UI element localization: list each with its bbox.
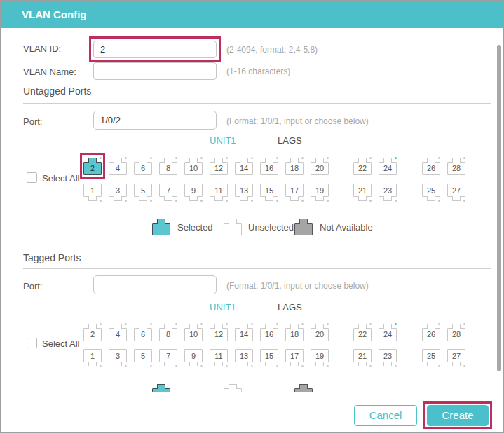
dialog-title: VLAN Config [1, 1, 503, 28]
port-22-untagged[interactable]: 22 [353, 156, 372, 175]
port-12-untagged[interactable]: 12 [210, 156, 228, 175]
port-8-tagged[interactable]: 8 [159, 322, 177, 341]
tagged-lags-tab[interactable]: LAGS [278, 302, 302, 312]
port-24-untagged[interactable]: 24 [379, 156, 397, 175]
port-9-tagged[interactable]: 9 [184, 349, 203, 368]
port-9-untagged[interactable]: 9 [184, 184, 203, 202]
port-5-untagged[interactable]: 5 [134, 184, 152, 202]
vlan-name-input[interactable] [93, 62, 217, 80]
tagged-divider [23, 268, 491, 269]
port-12-tagged[interactable]: 12 [210, 322, 228, 341]
untagged-ports-title: Untagged Ports [23, 85, 91, 97]
legend-selected-icon [152, 218, 170, 235]
port-19-tagged[interactable]: 19 [311, 349, 329, 368]
port-2-tagged[interactable]: 2 [83, 322, 102, 341]
port-13-untagged[interactable]: 13 [235, 184, 253, 202]
port-14-untagged[interactable]: 14 [235, 156, 253, 175]
untagged-divider [23, 103, 491, 104]
untagged-lags-tab[interactable]: LAGS [278, 135, 302, 146]
legend-unselected-icon [224, 218, 242, 235]
port-23-tagged[interactable]: 23 [379, 349, 397, 368]
port-11-tagged[interactable]: 11 [210, 349, 228, 368]
port-8-untagged[interactable]: 8 [159, 156, 177, 175]
port-25-tagged[interactable]: 25 [422, 349, 440, 368]
port-15-untagged[interactable]: 15 [260, 184, 278, 202]
port-19-untagged[interactable]: 19 [311, 184, 329, 202]
port-21-tagged[interactable]: 21 [353, 349, 372, 368]
port-14-tagged[interactable]: 14 [235, 322, 253, 341]
port-3-untagged[interactable]: 3 [109, 184, 127, 202]
untagged-port-label: Port: [23, 116, 42, 127]
tagged-ports-title: Tagged Ports [23, 252, 81, 263]
port-27-tagged[interactable]: 27 [447, 349, 465, 368]
port-6-untagged[interactable]: 6 [134, 156, 152, 175]
tagged-port-label: Port: [23, 281, 42, 291]
port-27-untagged[interactable]: 27 [447, 184, 465, 202]
legend-not-available-icon [294, 218, 313, 235]
legend-unselected-icon [224, 383, 242, 392]
legend-selected-label: Selected [177, 222, 213, 233]
port-3-tagged[interactable]: 3 [109, 349, 127, 368]
vlan-id-input[interactable] [93, 41, 217, 58]
tagged-select-all-checkbox[interactable] [27, 338, 37, 348]
port-20-tagged[interactable]: 20 [311, 322, 329, 341]
vlan-id-label: VLAN ID: [23, 43, 61, 54]
port-16-tagged[interactable]: 16 [260, 322, 278, 341]
legend-not-available-label: Not Available [320, 222, 373, 233]
port-6-tagged[interactable]: 6 [134, 322, 152, 341]
port-4-untagged[interactable]: 4 [109, 156, 127, 175]
port-7-untagged[interactable]: 7 [159, 184, 177, 202]
port-20-untagged[interactable]: 20 [311, 156, 329, 175]
port-28-untagged[interactable]: 28 [447, 156, 465, 175]
tagged-port-input[interactable] [93, 275, 217, 294]
untagged-select-all-checkbox[interactable] [27, 172, 37, 183]
vlan-config-dialog: VLAN Config VLAN ID: (2-4094, format: 2,… [0, 0, 504, 433]
tagged-port-hint: (Format: 1/0/1, input or choose below) [226, 281, 369, 291]
port-23-untagged[interactable]: 23 [379, 184, 397, 202]
port-4-tagged[interactable]: 4 [109, 322, 127, 341]
port-10-untagged[interactable]: 10 [184, 156, 203, 175]
port-25-untagged[interactable]: 25 [422, 184, 440, 202]
vlan-name-label: VLAN Name: [23, 67, 76, 77]
port-13-tagged[interactable]: 13 [235, 349, 253, 368]
dialog-content: VLAN ID: (2-4094, format: 2,4-5,8) VLAN … [1, 28, 496, 392]
port-7-tagged[interactable]: 7 [159, 349, 177, 368]
untagged-select-all-label: Select All [42, 173, 79, 184]
port-1-untagged[interactable]: 1 [83, 184, 102, 202]
vlan-name-hint: (1-16 characters) [226, 67, 290, 76]
untagged-unit1-tab[interactable]: UNIT1 [210, 135, 236, 146]
create-button-highlight: Create [423, 401, 492, 429]
port-18-tagged[interactable]: 18 [285, 322, 304, 341]
port-17-tagged[interactable]: 17 [285, 349, 304, 368]
legend-selected-icon [152, 383, 170, 392]
port-24-tagged[interactable]: 24 [379, 322, 397, 341]
legend-unselected-label: Unselected [248, 222, 294, 233]
port-11-untagged[interactable]: 11 [210, 184, 228, 202]
port-21-untagged[interactable]: 21 [353, 184, 372, 202]
port-16-untagged[interactable]: 16 [260, 156, 278, 175]
port-15-tagged[interactable]: 15 [260, 349, 278, 368]
port-2-untagged[interactable]: 2 [83, 156, 102, 175]
untagged-port-hint: (Format: 1/0/1, input or choose below) [226, 116, 369, 126]
port-22-tagged[interactable]: 22 [353, 322, 372, 341]
legend-not-available-icon [294, 383, 313, 392]
tagged-unit1-tab[interactable]: UNIT1 [210, 302, 236, 312]
tagged-select-all-label: Select All [42, 338, 79, 349]
cancel-button[interactable]: Cancel [354, 405, 417, 426]
port-26-tagged[interactable]: 26 [422, 322, 440, 341]
port-18-untagged[interactable]: 18 [285, 156, 304, 175]
scrollbar-thumb[interactable] [497, 45, 501, 371]
untagged-port-input[interactable] [93, 111, 217, 130]
port-5-tagged[interactable]: 5 [134, 349, 152, 368]
port-1-tagged[interactable]: 1 [83, 349, 102, 368]
port-10-tagged[interactable]: 10 [184, 322, 203, 341]
port-26-untagged[interactable]: 26 [422, 156, 440, 175]
vlan-id-hint: (2-4094, format: 2,4-5,8) [226, 45, 318, 55]
create-button[interactable]: Create [427, 405, 489, 426]
port-28-tagged[interactable]: 28 [447, 322, 465, 341]
port-17-untagged[interactable]: 17 [285, 184, 304, 202]
